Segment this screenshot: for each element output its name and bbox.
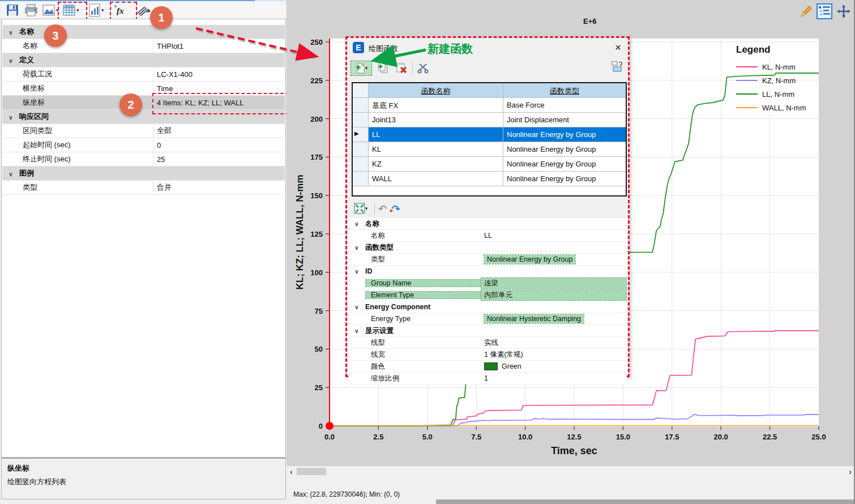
property-row[interactable]: 线宽1 像素(常规) [348,349,627,361]
section-title: 定义 [19,55,34,65]
restore-panel-button[interactable] [611,61,623,75]
legend-line-swatch [736,93,758,95]
legend-item[interactable]: KL, N-mm [736,60,827,74]
function-table[interactable]: 函数名称函数类型基底 FXBase ForceJoint13Joint Disp… [352,82,627,197]
property-value-text: 内部单元 [484,291,512,300]
table-row[interactable]: 基底 FXBase Force [353,98,626,113]
property-value: LL [481,230,627,241]
section-header[interactable]: ∨Energy Component [348,301,627,313]
property-value-text: 合并 [157,182,172,193]
chart-view-button[interactable]: ▾ [88,3,104,18]
svg-text:50: 50 [315,345,323,353]
legend-item[interactable]: LL, N-mm [736,87,827,101]
property-row[interactable]: 颜色Green [348,361,627,373]
legend-line-swatch [736,66,758,67]
dropdown-caret-icon[interactable]: ▾ [101,3,104,18]
property-row[interactable]: 终止时间 (sec)25 [2,152,285,166]
print-button[interactable] [24,3,39,18]
table-row[interactable]: KZNonlinear Energy by Group [353,157,626,172]
dropdown-caret-icon[interactable]: ▾ [365,201,368,216]
annotation-new-function: 新建函数 [428,41,473,57]
chevron-down-icon: ∨ [354,245,358,251]
pan-button[interactable] [836,3,852,19]
property-row[interactable]: Energy TypeNonlinear Hysteretic Damping [348,313,627,325]
table-cell: LL [369,127,503,142]
property-row[interactable]: Group Name连梁 [348,277,627,289]
svg-text:17.5: 17.5 [665,433,679,441]
save-button[interactable] [6,3,19,18]
scroll-left-arrow[interactable]: ‹ [290,467,293,476]
section-header[interactable]: ∨函数类型 [348,242,627,254]
image-icon [42,3,55,17]
svg-text:75: 75 [315,307,323,315]
callout-2: 2 [119,93,142,116]
table-row[interactable]: KLNonlinear Energy by Group [353,142,626,157]
dialog-titlebar[interactable]: E 绘图函数 × [347,38,628,57]
add-function-icon [355,62,365,74]
section-header[interactable]: ∨ID [348,266,627,277]
table-row[interactable]: WALLNonlinear Energy by Group [353,172,626,186]
delete-function-button[interactable] [394,61,409,76]
property-row[interactable]: 起始时间 (sec)0 [2,138,285,152]
property-row[interactable]: 纵坐标4 Items: KL; KZ; LL; WALL [2,96,285,110]
section-gutter: ∨ [2,169,19,178]
property-value-text: Time [157,84,173,93]
svg-text:20.0: 20.0 [714,433,728,441]
legend-item[interactable]: WALL, N-mm [736,101,827,114]
modify-function-button[interactable] [416,61,431,76]
status-bar: Max: (22.8, 229730046); Min: (0, 0) [288,477,855,499]
legend: Legend KL, N-mmKZ, N-mmLL, N-mmWALL, N-m… [736,44,827,114]
section-header[interactable]: ∨图例 [2,166,285,181]
hatch-plot-button[interactable] [136,3,151,18]
property-row[interactable]: 横坐标Time [2,82,285,96]
redo-button[interactable]: ▸↷ [390,203,400,215]
property-row[interactable]: 缩放比例1 [348,373,627,385]
add-function-button[interactable]: ▾ [350,61,372,76]
edit-button[interactable] [798,3,814,19]
horizontal-scrollbar[interactable]: ‹ › [288,465,855,477]
property-value: Green [481,361,627,372]
property-row[interactable]: 类型Nonlinear Energy by Group [348,254,627,266]
tree-list-button[interactable] [816,3,832,19]
property-value: 25 [153,152,285,166]
table-row[interactable]: ▶LLNonlinear Energy by Group [353,127,626,142]
property-row[interactable]: 线型实线 [348,337,627,349]
property-row[interactable]: 类型合并 [2,181,285,195]
property-value-text: 0 [157,141,161,150]
property-row[interactable]: Element Type内部单元 [348,289,627,301]
section-header[interactable]: ∨显示设置 [348,325,627,337]
restore-panel-icon [611,61,623,73]
section-header[interactable]: ∨定义 [2,53,285,67]
scrollbar-thumb[interactable] [297,468,326,475]
section-header[interactable]: ∨名称 [348,218,627,230]
copy-function-button[interactable] [375,61,391,76]
property-row[interactable]: 名称LL [348,230,627,242]
scroll-right-arrow[interactable]: › [849,467,852,476]
property-label: Group Name [365,279,481,287]
fit-view-button[interactable]: ▾ [350,201,371,216]
minmax-readout: Max: (22.8, 229730046); Min: (0, 0) [293,490,400,498]
property-label: 横坐标 [19,83,153,93]
undo-icon[interactable]: ↶ [378,203,387,215]
scissors-icon [417,62,430,74]
svg-text:250: 250 [310,38,323,46]
fit-view-icon [354,203,365,214]
property-row[interactable]: 名称THPlot1 [2,39,285,53]
property-row[interactable]: 荷载工况LC-X1-400 [2,67,285,82]
legend-label: LL, N-mm [762,90,794,99]
table-row[interactable]: Joint13Joint Displacement [353,113,626,127]
section-gutter: ∨ [348,267,365,275]
column-header[interactable]: 函数名称 [369,83,503,97]
legend-item[interactable]: KZ, N-mm [736,74,827,87]
legend-label: WALL, N-mm [762,104,806,112]
column-header[interactable]: 函数类型 [503,83,626,97]
property-row[interactable]: 区间类型全部 [2,124,285,138]
property-label: 线型 [365,338,481,348]
legend-label: KL, N-mm [762,63,796,71]
dropdown-caret-icon[interactable]: ▾ [365,61,368,75]
section-header[interactable]: ∨响应区间 [2,110,285,124]
close-icon[interactable]: × [615,41,621,54]
plot-image-button[interactable]: ▾ [42,3,59,18]
chevron-down-icon: ∨ [354,268,358,275]
bar-chart-icon [88,3,101,17]
